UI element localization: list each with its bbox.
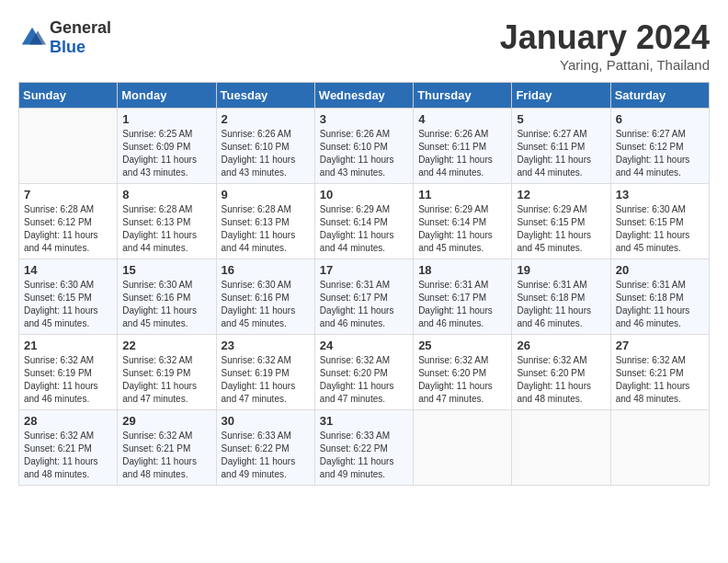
day-info: Sunrise: 6:28 AM Sunset: 6:13 PM Dayligh… [122, 203, 210, 255]
calendar-week-row: 7Sunrise: 6:28 AM Sunset: 6:12 PM Daylig… [19, 184, 710, 259]
day-number: 22 [122, 339, 210, 352]
day-info: Sunrise: 6:32 AM Sunset: 6:19 PM Dayligh… [24, 354, 112, 406]
day-info: Sunrise: 6:25 AM Sunset: 6:09 PM Dayligh… [122, 128, 210, 179]
day-info: Sunrise: 6:30 AM Sunset: 6:15 PM Dayligh… [24, 279, 112, 330]
day-number: 2 [222, 112, 310, 126]
calendar-cell: 21Sunrise: 6:32 AM Sunset: 6:19 PM Dayli… [19, 335, 118, 410]
calendar-cell: 18Sunrise: 6:31 AM Sunset: 6:17 PM Dayli… [414, 259, 512, 335]
day-number: 11 [418, 188, 506, 201]
title-block: January 2024 Yaring, Pattani, Thailand [500, 18, 710, 73]
calendar-cell: 25Sunrise: 6:32 AM Sunset: 6:20 PM Dayli… [414, 335, 512, 410]
day-number: 20 [616, 263, 704, 277]
day-number: 10 [320, 188, 408, 201]
day-info: Sunrise: 6:26 AM Sunset: 6:10 PM Dayligh… [320, 128, 408, 179]
calendar-cell: 12Sunrise: 6:29 AM Sunset: 6:15 PM Dayli… [512, 184, 610, 259]
day-number: 27 [616, 339, 704, 352]
logo-icon [18, 24, 46, 52]
calendar-cell: 23Sunrise: 6:32 AM Sunset: 6:19 PM Dayli… [216, 335, 314, 410]
calendar-cell: 3Sunrise: 6:26 AM Sunset: 6:10 PM Daylig… [314, 109, 413, 184]
calendar-cell: 10Sunrise: 6:29 AM Sunset: 6:14 PM Dayli… [314, 184, 413, 259]
calendar-cell [610, 410, 709, 486]
day-number: 15 [122, 263, 210, 277]
day-info: Sunrise: 6:32 AM Sunset: 6:21 PM Dayligh… [24, 430, 112, 481]
day-info: Sunrise: 6:32 AM Sunset: 6:21 PM Dayligh… [616, 354, 704, 406]
logo-general-text: General [50, 18, 111, 37]
calendar-cell: 16Sunrise: 6:30 AM Sunset: 6:16 PM Dayli… [216, 259, 314, 335]
day-info: Sunrise: 6:32 AM Sunset: 6:20 PM Dayligh… [320, 354, 408, 406]
day-number: 4 [418, 112, 506, 126]
calendar-week-row: 21Sunrise: 6:32 AM Sunset: 6:19 PM Dayli… [19, 335, 710, 410]
calendar-cell [19, 109, 118, 184]
calendar-cell: 13Sunrise: 6:30 AM Sunset: 6:15 PM Dayli… [610, 184, 709, 259]
day-number: 3 [320, 112, 408, 126]
calendar-cell: 31Sunrise: 6:33 AM Sunset: 6:22 PM Dayli… [314, 410, 413, 486]
calendar-cell: 11Sunrise: 6:29 AM Sunset: 6:14 PM Dayli… [414, 184, 512, 259]
day-number: 8 [122, 188, 210, 201]
calendar-cell: 26Sunrise: 6:32 AM Sunset: 6:20 PM Dayli… [512, 335, 610, 410]
day-info: Sunrise: 6:26 AM Sunset: 6:10 PM Dayligh… [222, 128, 310, 179]
day-info: Sunrise: 6:31 AM Sunset: 6:17 PM Dayligh… [418, 279, 506, 330]
day-info: Sunrise: 6:29 AM Sunset: 6:14 PM Dayligh… [418, 203, 506, 255]
day-info: Sunrise: 6:32 AM Sunset: 6:21 PM Dayligh… [122, 430, 210, 481]
calendar-table: SundayMondayTuesdayWednesdayThursdayFrid… [18, 82, 710, 486]
day-info: Sunrise: 6:29 AM Sunset: 6:15 PM Dayligh… [517, 203, 605, 255]
day-info: Sunrise: 6:33 AM Sunset: 6:22 PM Dayligh… [320, 430, 408, 481]
day-number: 1 [122, 112, 210, 126]
day-info: Sunrise: 6:31 AM Sunset: 6:18 PM Dayligh… [517, 279, 605, 330]
day-info: Sunrise: 6:30 AM Sunset: 6:15 PM Dayligh… [616, 203, 704, 255]
column-header-monday: Monday [118, 83, 216, 109]
calendar-week-row: 14Sunrise: 6:30 AM Sunset: 6:15 PM Dayli… [19, 259, 710, 335]
day-info: Sunrise: 6:29 AM Sunset: 6:14 PM Dayligh… [320, 203, 408, 255]
calendar-cell: 28Sunrise: 6:32 AM Sunset: 6:21 PM Dayli… [19, 410, 118, 486]
day-info: Sunrise: 6:30 AM Sunset: 6:16 PM Dayligh… [222, 279, 310, 330]
calendar-week-row: 28Sunrise: 6:32 AM Sunset: 6:21 PM Dayli… [19, 410, 710, 486]
logo: General Blue [18, 18, 111, 57]
day-info: Sunrise: 6:30 AM Sunset: 6:16 PM Dayligh… [122, 279, 210, 330]
day-number: 18 [418, 263, 506, 277]
day-info: Sunrise: 6:27 AM Sunset: 6:11 PM Dayligh… [517, 128, 605, 179]
day-number: 23 [222, 339, 310, 352]
day-number: 5 [517, 112, 605, 126]
day-info: Sunrise: 6:31 AM Sunset: 6:17 PM Dayligh… [320, 279, 408, 330]
calendar-cell: 17Sunrise: 6:31 AM Sunset: 6:17 PM Dayli… [314, 259, 413, 335]
calendar-cell: 9Sunrise: 6:28 AM Sunset: 6:13 PM Daylig… [216, 184, 314, 259]
day-number: 29 [122, 414, 210, 428]
day-number: 16 [222, 263, 310, 277]
day-number: 30 [222, 414, 310, 428]
day-number: 9 [222, 188, 310, 201]
day-number: 7 [24, 188, 112, 201]
day-number: 17 [320, 263, 408, 277]
calendar-cell: 20Sunrise: 6:31 AM Sunset: 6:18 PM Dayli… [610, 259, 709, 335]
day-info: Sunrise: 6:32 AM Sunset: 6:19 PM Dayligh… [122, 354, 210, 406]
location-title: Yaring, Pattani, Thailand [500, 57, 710, 73]
day-info: Sunrise: 6:32 AM Sunset: 6:20 PM Dayligh… [517, 354, 605, 406]
calendar-header-row: SundayMondayTuesdayWednesdayThursdayFrid… [19, 83, 710, 109]
calendar-cell: 8Sunrise: 6:28 AM Sunset: 6:13 PM Daylig… [118, 184, 216, 259]
calendar-cell: 19Sunrise: 6:31 AM Sunset: 6:18 PM Dayli… [512, 259, 610, 335]
calendar-cell [414, 410, 512, 486]
day-number: 6 [616, 112, 704, 126]
day-number: 24 [320, 339, 408, 352]
calendar-cell: 30Sunrise: 6:33 AM Sunset: 6:22 PM Dayli… [216, 410, 314, 486]
day-number: 13 [616, 188, 704, 201]
page-header: General Blue January 2024 Yaring, Pattan… [18, 18, 710, 73]
calendar-cell: 22Sunrise: 6:32 AM Sunset: 6:19 PM Dayli… [118, 335, 216, 410]
calendar-cell: 15Sunrise: 6:30 AM Sunset: 6:16 PM Dayli… [118, 259, 216, 335]
calendar-cell: 29Sunrise: 6:32 AM Sunset: 6:21 PM Dayli… [118, 410, 216, 486]
calendar-cell: 24Sunrise: 6:32 AM Sunset: 6:20 PM Dayli… [314, 335, 413, 410]
day-info: Sunrise: 6:33 AM Sunset: 6:22 PM Dayligh… [222, 430, 310, 481]
day-info: Sunrise: 6:32 AM Sunset: 6:20 PM Dayligh… [418, 354, 506, 406]
column-header-wednesday: Wednesday [314, 83, 413, 109]
day-number: 12 [517, 188, 605, 201]
day-number: 28 [24, 414, 112, 428]
column-header-friday: Friday [512, 83, 610, 109]
day-info: Sunrise: 6:28 AM Sunset: 6:12 PM Dayligh… [24, 203, 112, 255]
day-info: Sunrise: 6:32 AM Sunset: 6:19 PM Dayligh… [222, 354, 310, 406]
day-number: 25 [418, 339, 506, 352]
day-info: Sunrise: 6:31 AM Sunset: 6:18 PM Dayligh… [616, 279, 704, 330]
calendar-cell: 7Sunrise: 6:28 AM Sunset: 6:12 PM Daylig… [19, 184, 118, 259]
calendar-week-row: 1Sunrise: 6:25 AM Sunset: 6:09 PM Daylig… [19, 109, 710, 184]
day-info: Sunrise: 6:27 AM Sunset: 6:12 PM Dayligh… [616, 128, 704, 179]
calendar-cell: 14Sunrise: 6:30 AM Sunset: 6:15 PM Dayli… [19, 259, 118, 335]
calendar-cell: 5Sunrise: 6:27 AM Sunset: 6:11 PM Daylig… [512, 109, 610, 184]
